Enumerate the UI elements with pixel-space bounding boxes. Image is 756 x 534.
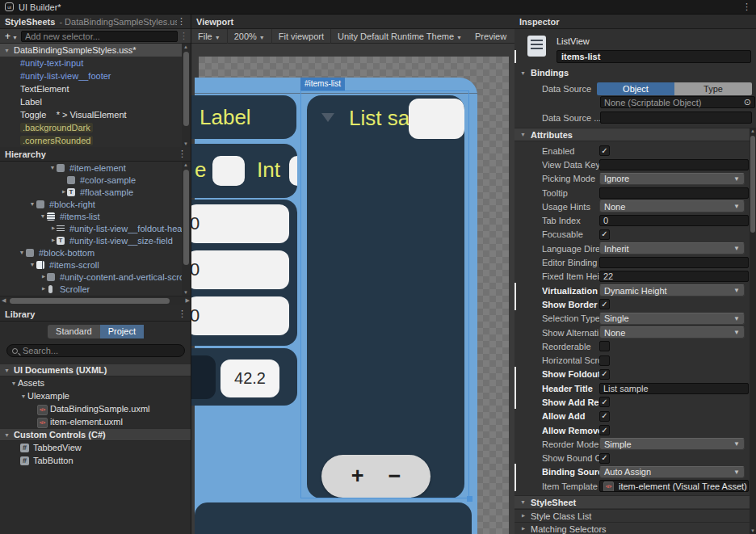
- foldout-closed-icon[interactable]: ▼: [40, 273, 46, 281]
- style-class-list-foldout[interactable]: ▼ Style Class List: [514, 509, 756, 522]
- bindings-foldout[interactable]: ▼ Bindings: [519, 68, 569, 78]
- foldout-open-icon[interactable]: ▼: [519, 132, 527, 137]
- foldout-closed-icon[interactable]: ▼: [50, 237, 56, 245]
- add-item-button[interactable]: +: [351, 464, 364, 489]
- listview-foldout-icon[interactable]: [321, 113, 334, 122]
- attribute-dropdown[interactable]: Inherit▼: [599, 242, 745, 254]
- hierarchy-hscrollbar[interactable]: ◀ ▶: [0, 296, 191, 305]
- attribute-text-field[interactable]: 22: [599, 271, 749, 282]
- attribute-dropdown[interactable]: Dynamic Height▼: [599, 284, 745, 296]
- attribute-checkbox[interactable]: [599, 341, 610, 351]
- hierarchy-row[interactable]: ▼ #unity-list-view__size-field: [0, 234, 191, 246]
- uss-selector-row[interactable]: #unity-text-input: [0, 57, 191, 69]
- library-row[interactable]: TabbedView: [0, 441, 191, 454]
- foldout-open-icon[interactable]: ▼: [18, 250, 26, 255]
- hierarchy-row[interactable]: ▼ #block-bottom: [0, 246, 191, 259]
- uss-selector-row[interactable]: #unity-list-view__footer: [0, 69, 191, 82]
- library-tab[interactable]: Project: [100, 325, 144, 338]
- data-source-path-field[interactable]: [600, 111, 752, 124]
- preview-button[interactable]: Preview: [468, 29, 513, 44]
- element-name-input[interactable]: [556, 50, 751, 63]
- hierarchy-row[interactable]: ▼ #items-scroll: [0, 259, 191, 271]
- attribute-checkbox[interactable]: ✓: [599, 369, 610, 380]
- attribute-checkbox[interactable]: ✓: [599, 453, 610, 464]
- attribute-checkbox[interactable]: ✓: [599, 425, 610, 435]
- library-row[interactable]: ▼ Ulexample: [0, 389, 191, 402]
- add-selector-input[interactable]: [21, 31, 178, 42]
- library-row[interactable]: TabButton: [0, 454, 191, 467]
- foldout-closed-icon[interactable]: ▼: [520, 525, 526, 532]
- foldout-open-icon[interactable]: ▼: [28, 262, 36, 267]
- canvas-text-field[interactable]: 0: [191, 250, 289, 289]
- foldout-open-icon[interactable]: ▼: [39, 213, 47, 219]
- canvas-label-element[interactable]: Label: [191, 95, 296, 139]
- foldout-open-icon[interactable]: ▼: [3, 432, 10, 438]
- theme-dropdown[interactable]: Unity Default Runtime Theme▼: [331, 29, 468, 44]
- canvas-toggle-element[interactable]: e Int: [191, 144, 297, 198]
- attribute-dropdown[interactable]: Single▼: [599, 313, 745, 325]
- foldout-open-icon[interactable]: ▼: [48, 165, 57, 170]
- canvas-float-field[interactable]: 42.2: [220, 360, 279, 397]
- foldout-closed-icon[interactable]: ▼: [50, 225, 56, 233]
- foldout-open-icon[interactable]: ▼: [519, 499, 527, 505]
- uxml-section-header[interactable]: ▼ UI Documents (UXML): [0, 364, 191, 376]
- hierarchy-row[interactable]: ▼ #item-element: [0, 162, 191, 174]
- canvas-float-block[interactable]: 42.2: [191, 348, 297, 406]
- attribute-text-field[interactable]: [599, 187, 749, 199]
- foldout-open-icon[interactable]: ▼: [28, 201, 36, 207]
- attributes-section-header[interactable]: ▼ Attributes: [514, 128, 756, 141]
- selection-resize-handle[interactable]: [467, 496, 472, 502]
- uss-selector-row[interactable]: Label: [0, 95, 191, 108]
- foldout-open-icon[interactable]: ▼: [19, 393, 27, 399]
- search-input[interactable]: [21, 345, 179, 356]
- uss-selector-row[interactable]: Toggle * > VisualElement: [0, 108, 191, 121]
- matching-selectors-foldout[interactable]: ▼ Matching Selectors: [514, 522, 756, 534]
- file-menu[interactable]: File▼: [191, 29, 228, 44]
- add-selector-button[interactable]: +▼: [0, 31, 21, 42]
- library-row[interactable]: item-element.uxml: [0, 415, 191, 428]
- canvas-listview-element[interactable]: List sample + −: [307, 95, 464, 498]
- attribute-checkbox[interactable]: ✓: [599, 145, 610, 156]
- foldout-closed-icon[interactable]: ▼: [40, 285, 46, 293]
- attribute-dropdown[interactable]: Ignore▼: [599, 173, 745, 185]
- attribute-checkbox[interactable]: ✓: [599, 411, 610, 422]
- object-mode-button[interactable]: Object: [597, 82, 674, 95]
- canvas-text-field[interactable]: 0: [191, 296, 289, 335]
- attribute-text-field[interactable]: List sample: [599, 383, 749, 394]
- foldout-open-icon[interactable]: ▼: [3, 368, 10, 373]
- data-source-object-field[interactable]: None (Scriptable Object) ⊙: [600, 96, 755, 108]
- canvas-int-field[interactable]: [289, 156, 297, 186]
- uss-root-row[interactable]: ▼ DataBindingSampleStyles.uss*: [0, 44, 191, 57]
- stylesheets-menu-icon[interactable]: ⋮: [177, 16, 186, 27]
- canvas-inputs-block[interactable]: 0 0 0: [191, 200, 297, 346]
- listview-size-field[interactable]: [409, 99, 464, 139]
- type-mode-button[interactable]: Type: [674, 82, 752, 95]
- attribute-checkbox[interactable]: [599, 355, 610, 366]
- remove-item-button[interactable]: −: [388, 464, 401, 489]
- foldout-closed-icon[interactable]: ▼: [520, 512, 526, 519]
- attribute-text-field[interactable]: [599, 159, 749, 170]
- foldout-open-icon[interactable]: ▼: [3, 48, 10, 53]
- hierarchy-row[interactable]: ▼ Scroller: [0, 283, 191, 295]
- zoom-dropdown[interactable]: 200%▼: [228, 29, 272, 44]
- library-row[interactable]: ▼ Assets: [0, 376, 191, 389]
- hierarchy-row[interactable]: ▼ #unity-content-and-vertical-scrol: [0, 271, 191, 283]
- csharp-section-header[interactable]: ▼ Custom Controls (C#): [0, 428, 191, 441]
- attribute-dropdown[interactable]: None▼: [599, 200, 745, 212]
- hierarchy-menu-icon[interactable]: ⋮: [178, 149, 187, 159]
- fit-viewport-button[interactable]: Fit viewport: [272, 29, 331, 44]
- attribute-dropdown[interactable]: Simple▼: [599, 438, 745, 450]
- attribute-checkbox[interactable]: ✓: [599, 229, 610, 240]
- attribute-text-field[interactable]: 0: [599, 215, 749, 226]
- attribute-object-field[interactable]: item-element (Visual Tree Asset)⊙: [599, 480, 749, 492]
- hierarchy-row[interactable]: #color-sample: [0, 174, 191, 186]
- window-menu-icon[interactable]: ⋮: [742, 2, 751, 12]
- hierarchy-row[interactable]: ▼ #unity-list-view__foldout-heade: [0, 222, 191, 234]
- hierarchy-row[interactable]: ▼ #block-right: [0, 198, 191, 210]
- foldout-open-icon[interactable]: ▼: [519, 70, 527, 76]
- uss-selector-row[interactable]: TextElement: [0, 82, 191, 95]
- attribute-checkbox[interactable]: ✓: [599, 299, 610, 309]
- attribute-dropdown[interactable]: None▼: [599, 326, 745, 338]
- canvas-toggle-box[interactable]: [212, 156, 245, 186]
- library-tab[interactable]: Standard: [48, 325, 100, 338]
